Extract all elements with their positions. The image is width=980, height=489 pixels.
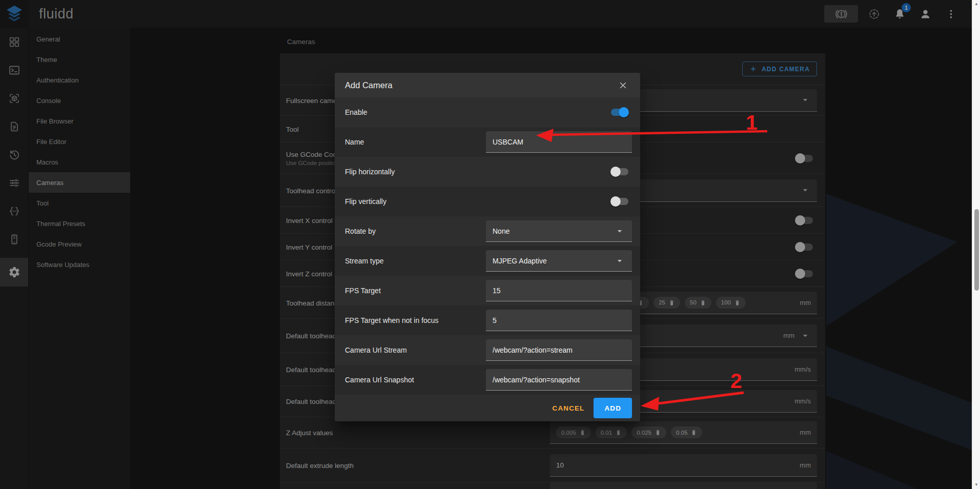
rotate-by-select[interactable]: None (486, 220, 632, 242)
enable-toggle[interactable] (610, 107, 629, 117)
camera-url-snapshot-field[interactable] (486, 369, 632, 391)
dialog-row: Rotate byNone (335, 216, 640, 246)
chevron-down-icon (614, 226, 625, 237)
camera-url-snapshot-input[interactable] (493, 376, 625, 384)
dialog-row: FPS Target when not in focus (335, 305, 640, 335)
dialog-row: Enable (335, 97, 640, 127)
flip-vertically-toggle[interactable] (610, 196, 629, 207)
add-camera-dialog: Add Camera EnableNameFlip horizontallyFl… (335, 73, 640, 421)
dialog-row: Name (335, 127, 640, 157)
close-icon[interactable] (616, 78, 630, 92)
chevron-down-icon (614, 255, 625, 267)
dialog-title: Add Camera (345, 80, 393, 90)
scrollbar-thumb[interactable] (974, 209, 979, 291)
camera-url-stream-field[interactable] (486, 339, 632, 361)
dialog-row: Flip horizontally (335, 157, 640, 187)
fps-target-input[interactable] (493, 287, 625, 295)
dialog-row: Camera Url Stream (335, 335, 640, 365)
dialog-row: Stream typeMJPEG Adaptive (335, 246, 640, 276)
fluidd-settings-screen: fluidd 1 GeneralThemeAuthenticationConso… (0, 0, 980, 489)
vertical-scrollbar[interactable]: ▲ ▼ (972, 0, 980, 489)
add-button[interactable]: ADD (594, 398, 632, 418)
dialog-header: Add Camera (335, 73, 640, 97)
fps-target-when-not-in-focus-field[interactable] (486, 310, 632, 331)
dialog-row: Camera Url Snapshot (335, 365, 640, 395)
dialog-row: FPS Target (335, 276, 640, 305)
cancel-button[interactable]: CANCEL (546, 399, 591, 417)
flip-horizontally-toggle[interactable] (610, 167, 629, 177)
scroll-up-arrow-icon[interactable]: ▲ (972, 1, 980, 8)
name-field[interactable] (486, 131, 632, 153)
scroll-down-arrow-icon[interactable]: ▼ (972, 481, 980, 488)
camera-url-stream-input[interactable] (493, 346, 625, 354)
fps-target-when-not-in-focus-input[interactable] (493, 316, 625, 324)
dialog-row: Flip vertically (335, 187, 640, 216)
stream-type-select[interactable]: MJPEG Adaptive (486, 250, 632, 272)
dialog-footer: CANCEL ADD (335, 395, 640, 421)
fps-target-field[interactable] (486, 280, 632, 301)
name-input[interactable] (493, 138, 625, 146)
